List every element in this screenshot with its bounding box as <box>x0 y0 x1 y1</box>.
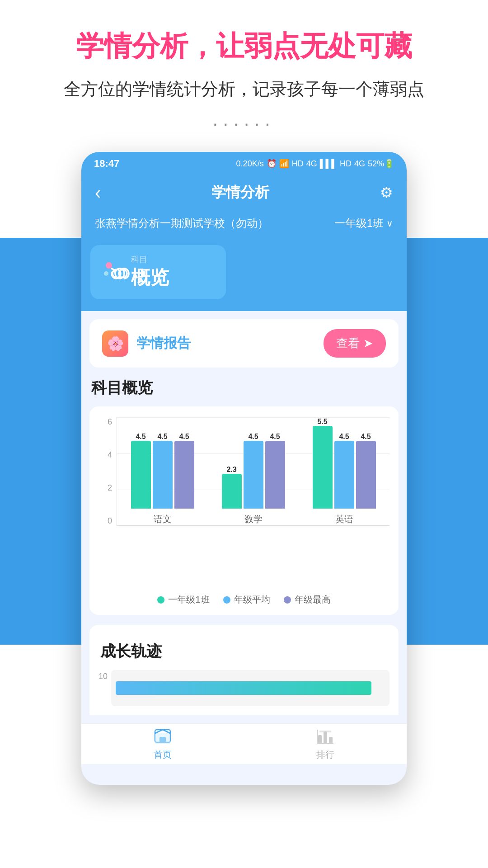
class-name: 一年级1班 <box>334 216 384 231</box>
sub-title: 全方位的学情统计分析，记录孩子每一个薄弱点 <box>27 78 461 101</box>
legend-max: 年级最高 <box>284 594 331 606</box>
svg-rect-6 <box>329 737 333 743</box>
y-label-4: 4 <box>108 450 112 460</box>
legend-label-avg: 年级平均 <box>234 594 270 606</box>
view-button[interactable]: 查看 ➤ <box>324 329 386 358</box>
status-4g1: 4G <box>306 159 317 169</box>
svg-rect-5 <box>324 731 327 743</box>
y-label-2: 2 <box>108 483 112 493</box>
bar-shuxue-grade <box>222 474 242 509</box>
subject-overview-title: 科目概览 <box>89 377 399 398</box>
nav-item-ranking[interactable]: 排行 <box>316 727 335 761</box>
bar-shuxue-2-val: 4.5 <box>248 433 258 441</box>
back-button[interactable]: ‹ <box>95 183 101 203</box>
phone-area: 18:47 0.20K/s ⏰ 📶 HD 4G ▌▌▌ HD 4G 52%🔋 ‹… <box>0 147 488 826</box>
status-hd1: HD <box>292 159 304 169</box>
bar-chart: 6 4 2 0 <box>99 417 389 589</box>
y-label-6: 6 <box>108 417 112 427</box>
bar-yuwen-max <box>174 441 194 509</box>
legend-avg: 年级平均 <box>223 594 270 606</box>
bar-yingyu-grade <box>313 426 333 509</box>
subject-tab-label-wrap: 科目 概览 <box>131 254 169 290</box>
content-area: 🌸 学情报告 查看 ➤ 科目概览 6 4 <box>81 311 407 723</box>
bar-yingyu-avg <box>334 441 354 509</box>
bar-yuwen-1-val: 4.5 <box>136 433 145 441</box>
view-btn-arrow: ➤ <box>363 336 373 350</box>
report-icon: 🌸 <box>102 330 128 357</box>
subject-tab-big-label: 概览 <box>131 265 169 290</box>
report-title: 学情报告 <box>136 334 191 353</box>
svg-rect-4 <box>318 735 322 743</box>
growth-y-max: 10 <box>99 670 108 681</box>
legend-dot-green <box>157 596 164 604</box>
status-network: 0.20K/s <box>236 159 264 169</box>
phone-mockup: 18:47 0.20K/s ⏰ 📶 HD 4G ▌▌▌ HD 4G 52%🔋 ‹… <box>81 152 407 785</box>
legend-label-grade: 一年级1班 <box>168 594 209 606</box>
ranking-icon <box>316 727 335 746</box>
report-card: 🌸 学情报告 查看 ➤ <box>89 319 399 368</box>
x-label-yingyu: 英语 <box>335 513 353 525</box>
home-icon <box>153 727 172 746</box>
bar-shuxue-1-val: 2.3 <box>226 466 236 474</box>
class-selector[interactable]: 一年级1班 ∨ <box>334 216 393 231</box>
status-bar: 18:47 0.20K/s ⏰ 📶 HD 4G ▌▌▌ HD 4G 52%🔋 <box>81 152 407 175</box>
svg-rect-9 <box>319 731 331 732</box>
view-btn-label: 查看 <box>336 335 360 351</box>
bar-yingyu-1-val: 5.5 <box>317 418 327 426</box>
bar-yuwen-3-val: 4.5 <box>179 433 189 441</box>
legend-dot-purple <box>284 596 291 604</box>
chart-legend: 一年级1班 年级平均 年级最高 <box>99 594 389 606</box>
chevron-down-icon: ∨ <box>386 218 393 229</box>
subject-tabs: 科目 概览 <box>81 237 407 311</box>
y-label-0: 0 <box>108 516 112 526</box>
subject-overview-section: 科目概览 6 4 2 0 <box>89 377 399 615</box>
status-4g2: 4G <box>354 159 365 169</box>
subject-tab-overview[interactable]: 科目 概览 <box>90 245 226 299</box>
report-left: 🌸 学情报告 <box>102 330 191 357</box>
growth-chart-bar <box>116 681 371 695</box>
blue-bg-right <box>398 238 488 645</box>
bar-yingyu-3-val: 4.5 <box>361 433 371 441</box>
status-alarm: ⏰ <box>267 159 277 169</box>
nav-title: 学情分析 <box>211 183 269 203</box>
blue-bg-left <box>0 238 90 645</box>
top-section: 学情分析，让弱点无处可藏 全方位的学情统计分析，记录孩子每一个薄弱点 ·····… <box>0 0 488 147</box>
growth-title: 成长轨迹 <box>99 641 389 662</box>
status-time: 18:47 <box>94 158 119 170</box>
legend-grade: 一年级1班 <box>157 594 209 606</box>
bar-yingyu-max <box>356 441 376 509</box>
school-bar: 张燕学情分析一期测试学校（勿动） 一年级1班 ∨ <box>81 210 407 237</box>
x-label-shuxue: 数学 <box>244 513 263 525</box>
subject-chart-container: 6 4 2 0 <box>89 406 399 615</box>
status-signal: ▌▌▌ <box>320 159 337 169</box>
main-title: 学情分析，让弱点无处可藏 <box>27 27 461 65</box>
bar-yuwen-2-val: 4.5 <box>157 433 167 441</box>
x-label-yuwen: 语文 <box>154 513 172 525</box>
growth-chart-preview <box>111 670 389 706</box>
legend-dot-blue <box>223 596 230 604</box>
nav-item-home[interactable]: 首页 <box>153 727 172 761</box>
subject-tab-small-label: 科目 <box>131 254 169 265</box>
legend-label-max: 年级最高 <box>295 594 331 606</box>
bar-yuwen-avg <box>153 441 173 509</box>
nav-bar: ‹ 学情分析 ⚙ <box>81 175 407 210</box>
bar-yingyu-2-val: 4.5 <box>339 433 349 441</box>
bar-shuxue-avg <box>244 441 263 509</box>
growth-section: 成长轨迹 10 <box>89 625 399 715</box>
settings-icon[interactable]: ⚙ <box>380 184 393 201</box>
bottom-nav: 首页 排行 <box>81 723 407 764</box>
bar-yuwen-grade <box>131 441 151 509</box>
status-battery: 52%🔋 <box>368 159 394 169</box>
bar-shuxue-max <box>265 441 285 509</box>
nav-ranking-label: 排行 <box>316 749 334 761</box>
status-icons: 0.20K/s ⏰ 📶 HD 4G ▌▌▌ HD 4G 52%🔋 <box>236 159 394 169</box>
bar-shuxue-3-val: 4.5 <box>270 433 280 441</box>
nav-home-label: 首页 <box>154 749 172 761</box>
dots-decoration: ······ <box>27 113 461 134</box>
status-wifi: 📶 <box>279 159 289 169</box>
school-name: 张燕学情分析一期测试学校（勿动） <box>95 216 268 231</box>
status-hd2: HD <box>340 159 352 169</box>
